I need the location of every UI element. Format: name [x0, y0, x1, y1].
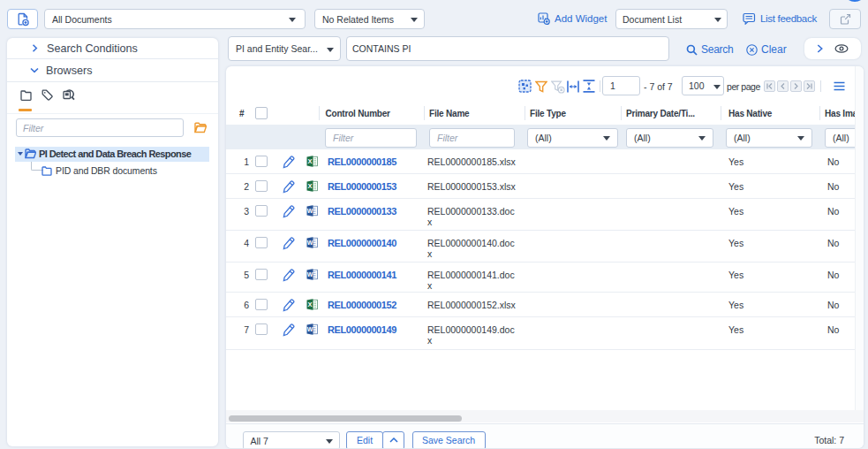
- svg-text:X: X: [307, 157, 312, 165]
- svg-text:X: X: [307, 301, 312, 308]
- svg-text:W: W: [307, 240, 313, 246]
- svg-text:W: W: [307, 208, 313, 214]
- svg-text:W: W: [307, 326, 313, 332]
- svg-text:W: W: [307, 271, 313, 278]
- svg-text:X: X: [307, 182, 312, 190]
